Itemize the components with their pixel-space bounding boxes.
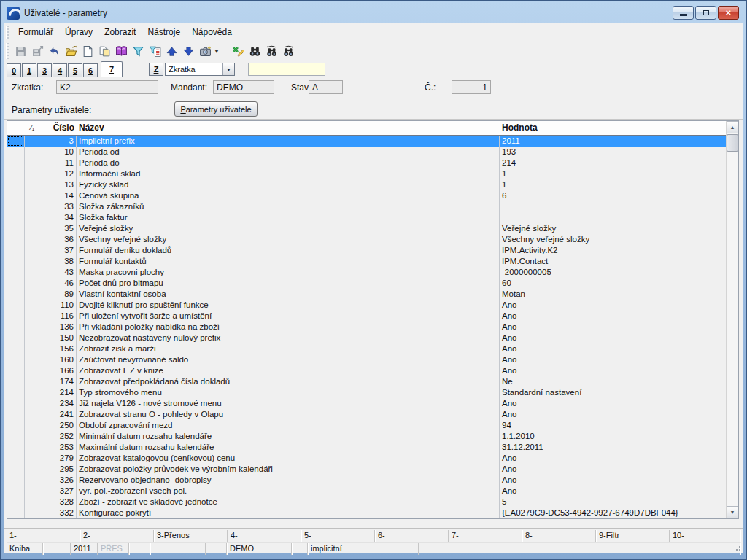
export-edit-icon[interactable] [230,43,247,60]
binoculars-prev-icon[interactable] [263,43,280,60]
row-selector-cell[interactable] [7,190,25,201]
row-selector-cell[interactable] [7,300,25,311]
tab-page-3[interactable]: 3 [37,63,52,77]
table-row[interactable]: 38Formulář kontaktůIPM.Contact [7,256,726,267]
cislo-field[interactable]: 1 [452,80,491,94]
fkey-cell-2[interactable]: 2- [80,530,154,542]
fkey-cell-1[interactable]: 1- [7,530,80,542]
menu-nastroje[interactable]: Nástroje [142,25,186,39]
row-selector-cell[interactable] [7,508,25,518]
table-row[interactable]: 241Zobrazovat stranu O - pohledy v Olapu… [7,409,726,420]
row-selector-cell[interactable] [7,343,25,354]
tab-page-7-active[interactable]: 7 [101,61,123,77]
row-selector-cell[interactable] [7,245,25,256]
binoculars-icon[interactable] [247,43,263,60]
row-selector-cell[interactable] [7,147,25,158]
row-selector-cell[interactable] [7,158,25,168]
tab-page-1[interactable]: 1 [22,63,36,77]
arrow-down-icon[interactable] [180,43,197,60]
menu-formular[interactable]: Formulář [12,25,59,39]
chevron-down-icon[interactable]: ▼ [222,63,234,75]
row-selector-cell[interactable] [7,201,25,212]
row-selector-cell[interactable] [7,311,25,322]
binoculars-next-icon[interactable] [280,43,297,60]
toolbar-grip[interactable] [6,43,9,59]
new-document-icon[interactable] [80,43,96,60]
close-button[interactable]: ✕ [718,6,739,20]
row-selector-cell[interactable] [7,464,25,475]
table-row[interactable]: 110Dvojité kliknutí pro spuštění funkceA… [7,300,726,311]
table-row[interactable]: 11Perioda do214 [7,158,726,168]
table-row[interactable]: 214Typ stromového menuStandardní nastave… [7,387,726,398]
column-header-cislo[interactable]: Číslo [7,121,77,135]
vertical-scrollbar[interactable]: ▲ ▼ [726,121,738,518]
table-row[interactable]: 35Veřejné složkyVeřejné složky [7,223,726,234]
scrollbar-thumb[interactable] [727,134,738,152]
parametry-uzivatele-button[interactable]: Parametry uživatele [174,101,258,117]
row-selector-cell[interactable] [7,453,25,464]
table-row[interactable]: 12Informační sklad1 [7,168,726,179]
table-row[interactable]: 116Při uložení vytvořit šarže a umístění… [7,311,726,322]
tab-page-5[interactable]: 5 [68,63,82,77]
arrow-up-icon[interactable] [163,43,180,60]
row-selector-cell[interactable] [7,387,25,398]
table-row[interactable]: 36Všechny veřejné složkyVšechny veřejné … [7,234,726,245]
fkey-cell-5[interactable]: 5- [301,530,375,542]
tab-page-4[interactable]: 4 [53,63,67,77]
fkey-cell-10[interactable]: 10- [670,530,740,542]
row-selector-cell[interactable] [7,420,25,431]
row-selector-cell[interactable] [7,322,25,332]
row-selector-cell[interactable] [7,431,25,442]
table-row[interactable]: 328Zboží - zobrazit ve skladové jednotce… [7,497,726,508]
table-row[interactable]: 13Fyzický sklad1 [7,179,726,190]
row-selector-cell[interactable] [7,212,25,223]
column-header-hodnota[interactable]: Hodnota [500,121,726,135]
table-row[interactable]: 89Vlastní kontaktní osobaMotan [7,289,726,300]
row-selector-cell[interactable] [7,497,25,508]
menu-upravy[interactable]: Úpravy [59,25,98,39]
row-selector-cell[interactable] [7,234,25,245]
row-selector-cell[interactable] [7,486,25,497]
open-folder-icon[interactable] [63,43,80,60]
table-row[interactable]: 43Maska pracovni plochy-2000000005 [7,267,726,278]
table-row[interactable]: 327vyr. pol.-zobrazeni vsech pol.Ano [7,486,726,497]
table-row[interactable]: 46Počet dnů pro bitmapu60 [7,278,726,289]
restore-button[interactable] [695,6,716,20]
table-row[interactable]: 10Perioda od193 [7,147,726,158]
quick-search-input[interactable] [248,63,325,76]
menubar-grip[interactable] [6,26,9,39]
row-selector-cell[interactable] [7,354,25,365]
table-row[interactable]: 253Maximální datum rozsahu kalendáře31.1… [7,442,726,453]
mandant-field[interactable]: DEMO [213,80,274,94]
tab-page-6[interactable]: 6 [83,63,98,77]
tab-page-0[interactable]: 0 [7,63,21,77]
resize-grip[interactable] [734,544,741,551]
row-selector-cell[interactable] [7,256,25,267]
filter-document-icon[interactable] [147,43,163,60]
row-selector-cell[interactable] [7,365,25,376]
table-row[interactable]: 250Období zpracování mezd94 [7,420,726,431]
lookup-field-combobox[interactable]: Zkratka ▼ [165,63,235,76]
copy-icon[interactable] [96,43,113,60]
table-row[interactable]: 37Formulář deníku dokladůIPM.Activity.K2 [7,245,726,256]
fkey-cell-4[interactable]: 4- [228,530,301,542]
table-row[interactable]: 34Složka faktur [7,212,726,223]
row-selector-cell[interactable] [7,398,25,409]
fkey-cell-9[interactable]: 9-Filtr [596,530,670,542]
scroll-up-icon[interactable]: ▲ [727,121,738,133]
menu-zobrazit[interactable]: Zobrazit [98,25,142,39]
table-header[interactable]: ∕₁ Číslo Název Hodnota [7,121,726,136]
table-row[interactable]: 33Složka zákazníků [7,201,726,212]
row-selector-cell[interactable] [7,332,25,343]
table-row[interactable]: 14Cenová skupina6 [7,190,726,201]
fkey-cell-7[interactable]: 7- [449,530,522,542]
row-selector-cell[interactable] [7,409,25,420]
undo-icon[interactable] [46,43,63,60]
table-row[interactable]: 166Zobrazovat L Z v knizeAno [7,365,726,376]
menu-napoveda[interactable]: Nápověda [186,25,238,39]
row-selector-cell[interactable] [7,376,25,387]
table-row[interactable]: 160Zaúčtovat nevyrovnané saldoAno [7,354,726,365]
row-selector-cell[interactable] [7,289,25,300]
table-row[interactable]: 3Implicitní prefix2011 [7,136,726,147]
filter-icon[interactable] [130,43,147,60]
